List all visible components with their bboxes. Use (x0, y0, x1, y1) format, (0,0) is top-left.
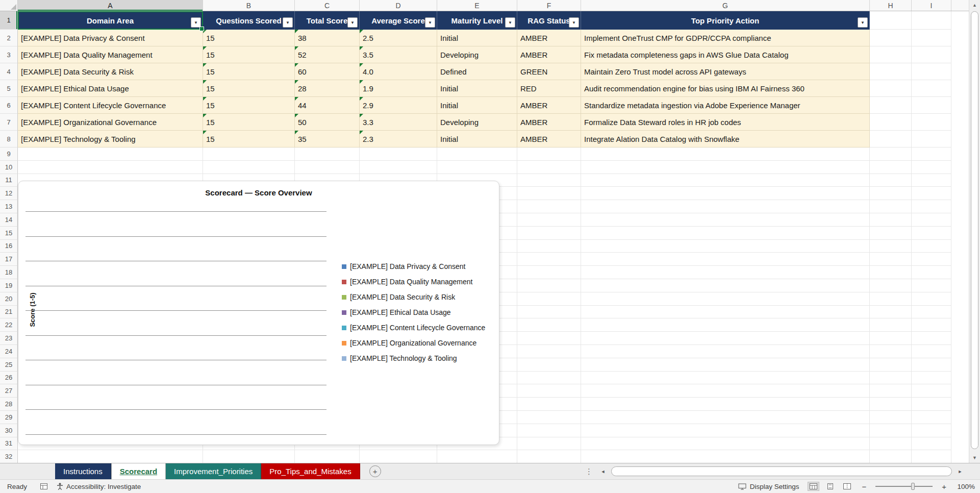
data-cell[interactable]: 60 (295, 63, 360, 80)
empty-cell[interactable] (581, 424, 870, 437)
column-header-H[interactable]: H (870, 0, 912, 11)
column-header-G[interactable]: G (581, 0, 870, 11)
data-cell[interactable]: Fix metadata completeness gaps in AWS Gl… (581, 46, 870, 63)
data-cell[interactable]: AMBER (517, 131, 581, 147)
scroll-down-button[interactable]: ▼ (969, 453, 980, 463)
column-header-F[interactable]: F (517, 0, 581, 11)
column-header-A[interactable]: A (18, 0, 203, 11)
empty-cell[interactable] (870, 11, 912, 30)
data-cell[interactable]: 3.3 (360, 114, 437, 131)
scroll-up-button[interactable]: ▲ (969, 0, 980, 10)
data-cell[interactable]: [EXAMPLE] Content Lifecycle Governance (18, 97, 203, 114)
row-header-1[interactable]: 1 (0, 11, 18, 30)
data-cell[interactable]: 15 (203, 30, 295, 46)
data-cell[interactable]: Defined (437, 63, 517, 80)
empty-cell[interactable] (912, 424, 951, 437)
data-cell[interactable]: Standardize metadata ingestion via Adobe… (581, 97, 870, 114)
empty-cell[interactable] (870, 174, 912, 187)
data-cell[interactable]: 2.9 (360, 97, 437, 114)
row-header-19[interactable]: 19 (0, 279, 18, 292)
empty-cell[interactable] (912, 147, 951, 161)
empty-cell[interactable] (581, 437, 870, 451)
empty-cell[interactable] (517, 292, 581, 306)
row-header-2[interactable]: 2 (0, 30, 18, 46)
selection-fill-handle[interactable] (199, 27, 204, 31)
row-header-26[interactable]: 26 (0, 372, 18, 385)
empty-cell[interactable] (870, 411, 912, 424)
empty-cell[interactable] (870, 266, 912, 279)
data-cell[interactable]: Integrate Alation Data Catalog with Snow… (581, 131, 870, 147)
row-header-4[interactable]: 4 (0, 63, 18, 80)
empty-cell[interactable] (870, 372, 912, 385)
empty-cell[interactable] (581, 266, 870, 279)
empty-cell[interactable] (912, 97, 951, 114)
empty-cell[interactable] (295, 450, 360, 463)
empty-cell[interactable] (870, 147, 912, 161)
empty-cell[interactable] (295, 147, 360, 161)
row-header-24[interactable]: 24 (0, 345, 18, 358)
column-header-I[interactable]: I (912, 0, 951, 11)
data-cell[interactable]: [EXAMPLE] Data Security & Risk (18, 63, 203, 80)
empty-cell[interactable] (581, 200, 870, 213)
column-header-C[interactable]: C (295, 0, 360, 11)
data-cell[interactable]: [EXAMPLE] Technology & Tooling (18, 131, 203, 147)
column-header-B[interactable]: B (203, 0, 295, 11)
empty-cell[interactable] (870, 318, 912, 332)
empty-cell[interactable] (18, 147, 203, 161)
row-header-27[interactable]: 27 (0, 384, 18, 398)
row-header-3[interactable]: 3 (0, 46, 18, 63)
row-header-9[interactable]: 9 (0, 147, 18, 161)
empty-cell[interactable] (870, 80, 912, 97)
empty-cell[interactable] (870, 253, 912, 266)
data-cell[interactable]: Implement OneTrust CMP for GDPR/CCPA com… (581, 30, 870, 46)
header-cell-7[interactable]: Top Priority Action▼ (581, 11, 870, 30)
status-ready-label[interactable]: Ready (7, 483, 27, 490)
empty-cell[interactable] (517, 318, 581, 332)
empty-cell[interactable] (517, 240, 581, 253)
empty-cell[interactable] (870, 46, 912, 63)
empty-cell[interactable] (517, 227, 581, 240)
data-cell[interactable]: [EXAMPLE] Organizational Governance (18, 114, 203, 131)
scorecard-chart[interactable]: Scorecard — Score Overview Score (1-5) [… (18, 181, 499, 445)
data-cell[interactable]: 15 (203, 131, 295, 147)
empty-cell[interactable] (912, 437, 951, 451)
data-cell[interactable]: Developing (437, 114, 517, 131)
select-all-button[interactable] (0, 0, 18, 11)
empty-cell[interactable] (581, 174, 870, 187)
data-cell[interactable]: 15 (203, 46, 295, 63)
zoom-out-button[interactable]: − (862, 482, 866, 491)
empty-cell[interactable] (870, 384, 912, 398)
data-cell[interactable]: [EXAMPLE] Data Privacy & Consent (18, 30, 203, 46)
data-cell[interactable]: [EXAMPLE] Ethical Data Usage (18, 80, 203, 97)
empty-cell[interactable] (870, 161, 912, 174)
empty-cell[interactable] (870, 63, 912, 80)
empty-cell[interactable] (912, 213, 951, 227)
empty-cell[interactable] (870, 114, 912, 131)
empty-cell[interactable] (870, 306, 912, 319)
empty-cell[interactable] (912, 253, 951, 266)
filter-button[interactable]: ▼ (347, 17, 358, 28)
empty-cell[interactable] (912, 114, 951, 131)
legend-item[interactable]: [EXAMPLE] Ethical Data Usage (342, 305, 485, 320)
empty-cell[interactable] (581, 213, 870, 227)
empty-cell[interactable] (581, 240, 870, 253)
legend-item[interactable]: [EXAMPLE] Data Privacy & Consent (342, 259, 485, 274)
empty-cell[interactable] (437, 147, 517, 161)
data-cell[interactable]: AMBER (517, 30, 581, 46)
empty-cell[interactable] (517, 384, 581, 398)
row-header-18[interactable]: 18 (0, 266, 18, 279)
empty-cell[interactable] (517, 187, 581, 200)
row-header-5[interactable]: 5 (0, 80, 18, 97)
empty-cell[interactable] (581, 358, 870, 372)
empty-cell[interactable] (912, 227, 951, 240)
filter-button[interactable]: ▼ (283, 17, 293, 28)
empty-cell[interactable] (581, 332, 870, 345)
data-cell[interactable]: [EXAMPLE] Data Quality Management (18, 46, 203, 63)
empty-cell[interactable] (912, 398, 951, 411)
empty-cell[interactable] (360, 450, 437, 463)
row-header-16[interactable]: 16 (0, 240, 18, 253)
sheet-tab-pro_tips_and_mistakes[interactable]: Pro_Tips_and_Mistakes (261, 463, 360, 479)
empty-cell[interactable] (870, 187, 912, 200)
data-cell[interactable]: 15 (203, 63, 295, 80)
empty-cell[interactable] (912, 318, 951, 332)
